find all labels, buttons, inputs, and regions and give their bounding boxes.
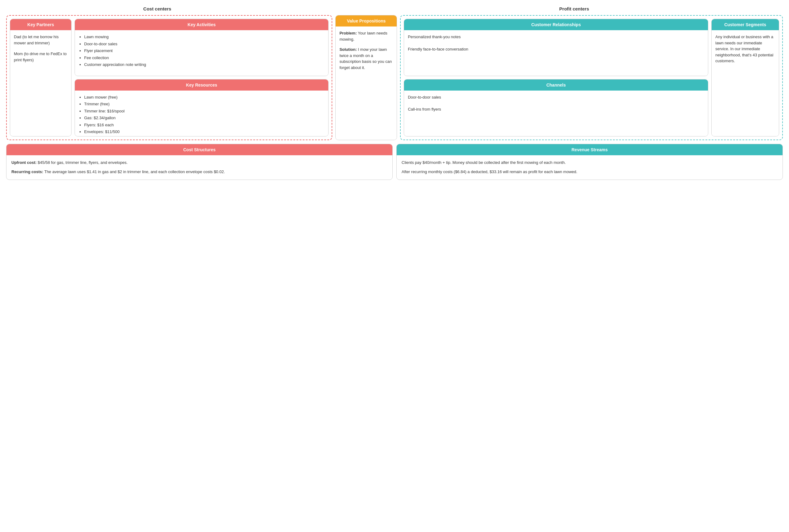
- customer-relationships-header: Customer Relationships: [404, 19, 708, 30]
- key-resources-body: Lawn mower (free) Trimmer (free) Timmer …: [75, 91, 328, 136]
- resource-item-4: Flyers: $16 each: [84, 122, 324, 128]
- customer-segments-body: Any individual or business with a lawn n…: [712, 30, 779, 136]
- customer-segments-header: Customer Segments: [712, 19, 779, 30]
- revenue-streams-card: Revenue Streams Clients pay $40/month + …: [396, 144, 783, 180]
- solution-label: Solution:: [339, 47, 357, 52]
- resource-item-0: Lawn mower (free): [84, 94, 324, 100]
- profit-centers-label: Profit centers: [365, 6, 783, 12]
- key-activities-card: Key Activities Lawn mowing Door-to-door …: [75, 19, 328, 76]
- activity-item-2: Flyer placement: [84, 48, 324, 54]
- cost-section-box: Key Partners Dad (to let me borrow his m…: [6, 15, 332, 140]
- revenue-line-2: After recurring monthly costs ($6.84) a …: [401, 169, 777, 175]
- channels-body: Door-to-door sales Call-ins from flyers: [404, 91, 708, 136]
- vp-problem: Problem: Your lawn needs mowing.: [339, 30, 393, 42]
- vp-solution: Solution: I mow your lawn twice a month …: [339, 46, 393, 71]
- key-partners-card: Key Partners Dad (to let me borrow his m…: [10, 19, 72, 136]
- activity-item-3: Fee collection: [84, 55, 324, 61]
- customer-relationships-body: Personalized thank-you notes Friendly fa…: [404, 30, 708, 76]
- key-partners-body: Dad (to let me borrow his mower and trim…: [10, 30, 71, 136]
- recurring-text: The average lawn uses $1.41 in gas and $…: [43, 169, 225, 174]
- value-prop-col: Value Propositions Problem: Your lawn ne…: [335, 15, 397, 140]
- upfront-label: Upfront cost:: [12, 160, 37, 165]
- cost-recurring: Recurring costs: The average lawn uses $…: [12, 169, 388, 175]
- key-activities-header: Key Activities: [75, 19, 328, 30]
- key-partners-item-1: Dad (to let me borrow his mower and trim…: [14, 34, 68, 46]
- key-resources-card: Key Resources Lawn mower (free) Trimmer …: [75, 79, 328, 136]
- resource-item-1: Trimmer (free): [84, 101, 324, 107]
- value-propositions-body: Problem: Your lawn needs mowing. Solutio…: [336, 26, 397, 140]
- key-resources-list: Lawn mower (free) Trimmer (free) Timmer …: [79, 94, 324, 135]
- cost-structures-header: Cost Structures: [6, 144, 392, 155]
- profit-section-box: Customer Relationships Personalized than…: [400, 15, 783, 140]
- resource-item-2: Timmer line: $16/spool: [84, 108, 324, 114]
- value-propositions-card: Value Propositions Problem: Your lawn ne…: [335, 15, 397, 140]
- rel-channels-col: Customer Relationships Personalized than…: [404, 19, 708, 136]
- activity-item-0: Lawn mowing: [84, 34, 324, 40]
- section-labels: Cost centers Profit centers: [6, 6, 783, 12]
- cr-item-1: Friendly face-to-face conversation: [408, 46, 704, 52]
- activities-resources-col: Key Activities Lawn mowing Door-to-door …: [75, 19, 328, 136]
- cost-structures-body: Upfront cost: $45/58 for gas, trimmer li…: [6, 155, 392, 180]
- customer-segments-text: Any individual or business with a lawn n…: [715, 34, 775, 64]
- revenue-streams-header: Revenue Streams: [397, 144, 783, 155]
- key-partners-header: Key Partners: [10, 19, 71, 30]
- channels-card: Channels Door-to-door sales Call-ins fro…: [404, 79, 708, 136]
- value-propositions-header: Value Propositions: [336, 15, 397, 26]
- channel-item-0: Door-to-door sales: [408, 94, 704, 100]
- key-activities-body: Lawn mowing Door-to-door sales Flyer pla…: [75, 30, 328, 76]
- resource-item-3: Gas: $2.34/gallon: [84, 115, 324, 121]
- channel-item-1: Call-ins from flyers: [408, 106, 704, 112]
- cost-structures-card: Cost Structures Upfront cost: $45/58 for…: [6, 144, 393, 180]
- main-grid-area: Key Partners Dad (to let me borrow his m…: [6, 15, 783, 140]
- upfront-text: $45/58 for gas, trimmer line, flyers, an…: [37, 160, 128, 165]
- customer-segments-card: Customer Segments Any individual or busi…: [711, 19, 779, 136]
- bottom-row: Cost Structures Upfront cost: $45/58 for…: [6, 144, 783, 180]
- business-canvas: Cost centers Profit centers Key Partners…: [6, 6, 783, 180]
- key-partners-item-2: Mom (to drive me to FedEx to print flyer…: [14, 51, 68, 63]
- activity-item-1: Door-to-door sales: [84, 41, 324, 47]
- problem-label: Problem:: [339, 31, 357, 35]
- cr-item-0: Personalized thank-you notes: [408, 34, 704, 40]
- cost-centers-label: Cost centers: [6, 6, 308, 12]
- cost-upfront: Upfront cost: $45/58 for gas, trimmer li…: [12, 159, 388, 166]
- revenue-line-1: Clients pay $40/month + tip. Money shoul…: [401, 159, 777, 166]
- key-resources-header: Key Resources: [75, 79, 328, 91]
- resource-item-5: Envelopes: $11/500: [84, 129, 324, 135]
- revenue-streams-body: Clients pay $40/month + tip. Money shoul…: [397, 155, 783, 180]
- key-activities-list: Lawn mowing Door-to-door sales Flyer pla…: [79, 34, 324, 68]
- activity-item-4: Customer appreciation note writing: [84, 62, 324, 68]
- recurring-label: Recurring costs:: [12, 169, 43, 174]
- channels-header: Channels: [404, 79, 708, 91]
- customer-relationships-card: Customer Relationships Personalized than…: [404, 19, 708, 76]
